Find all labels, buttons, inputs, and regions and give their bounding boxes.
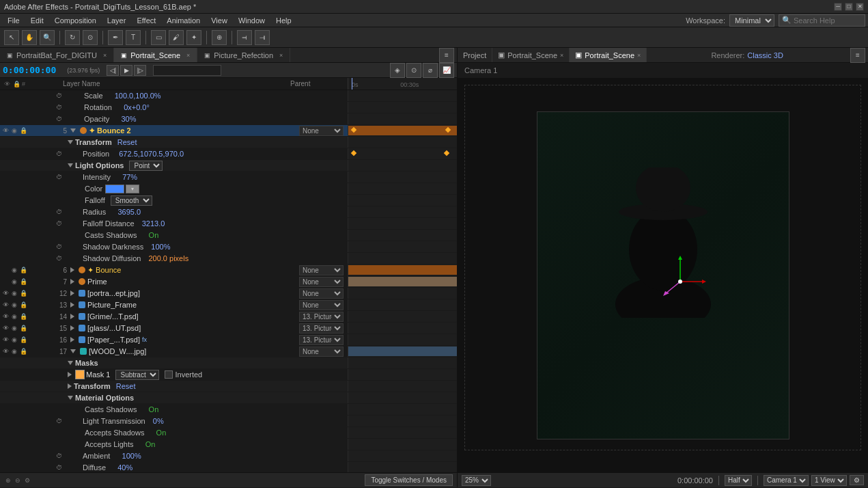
layer14-solo-icon[interactable]: ◉ — [10, 312, 18, 321]
light-type-select[interactable]: Point — [129, 161, 163, 171]
play-button[interactable]: ▶ — [120, 65, 132, 76]
layer16-eye-icon[interactable]: 👁 — [1, 336, 10, 344]
layer17-transform-expand-icon[interactable] — [68, 383, 72, 389]
prop-value-ambient[interactable]: 100% — [110, 452, 141, 460]
transform-expand-icon[interactable] — [68, 140, 73, 144]
layer5-parent-select[interactable]: None — [299, 126, 344, 136]
layer7-expand-icon[interactable] — [70, 279, 74, 284]
lock-icon[interactable] — [19, 92, 27, 100]
comp-tab-close[interactable]: × — [560, 52, 563, 59]
menu-composition[interactable]: Composition — [50, 15, 101, 26]
stopwatch-falloff-dist-icon[interactable]: ⏱ — [56, 220, 62, 227]
clone-tool[interactable]: ✦ — [186, 30, 201, 45]
viewer-settings-button[interactable]: ⚙ — [850, 475, 864, 485]
layer-scroll-area[interactable]: ⏱ Scale 100.0,100.0% ⏱ Rotation 0x+0.0° — [0, 90, 457, 472]
prop-value-falloff-distance[interactable]: 3213.0 — [135, 219, 165, 228]
stopwatch-icon[interactable]: ⏱ — [56, 92, 62, 99]
layer-row-13[interactable]: 👁 ◉ 🔒 13 Picture_Frame None — [0, 299, 457, 311]
layer5-solo-icon[interactable]: ◉ — [10, 126, 18, 135]
layer17-eye-icon[interactable]: 👁 — [1, 347, 10, 355]
layer-row-6[interactable]: ◉ 🔒 6 ✦ Bounce None — [0, 265, 457, 276]
hand-tool[interactable]: ✋ — [22, 30, 37, 45]
layer-row-7[interactable]: ◉ 🔒 7 Prime None — [0, 276, 457, 288]
align-vert[interactable]: ⫣ — [255, 30, 270, 45]
select-tool[interactable]: ↖ — [4, 30, 19, 45]
layer7-lock-icon[interactable]: 🔒 — [19, 277, 27, 286]
comp-tab2-close[interactable]: × — [637, 52, 641, 59]
prop-value-accepts-lights[interactable]: On — [134, 440, 156, 448]
prop-value-position[interactable]: 672.5,1070.5,970.0 — [109, 150, 184, 158]
layer6-eye-icon[interactable] — [1, 266, 10, 274]
layer17-solo-icon[interactable]: ◉ — [10, 347, 18, 355]
solo-icon[interactable] — [10, 92, 18, 100]
bottom-settings-icon[interactable]: ⚙ — [23, 476, 31, 485]
comp-tab-portrait-scene2[interactable]: ▣ Portrait_Scene × — [570, 48, 647, 62]
collapse-icon[interactable] — [28, 92, 36, 100]
layer5-eye-icon[interactable]: 👁 — [1, 126, 10, 135]
light-options-expand-icon[interactable] — [68, 163, 73, 167]
text-tool[interactable]: T — [126, 30, 141, 45]
prop-value-scale[interactable]: 100.0,100.0% — [103, 92, 161, 100]
menu-effect[interactable]: Effect — [132, 15, 160, 26]
tab-portrait-scene[interactable]: ▣ Portrait_Scene × — [114, 48, 197, 62]
layer13-lock-icon[interactable]: 🔒 — [19, 301, 27, 309]
color-swatch-btn[interactable]: ▾ — [126, 185, 139, 193]
layer17-transform-reset-button[interactable]: Reset — [116, 382, 136, 390]
layer15-lock-icon[interactable]: 🔒 — [19, 324, 27, 332]
bottom-minus-icon[interactable]: ⊖ — [14, 476, 22, 485]
align-horiz[interactable]: ⫤ — [237, 30, 252, 45]
tab-portraitbat[interactable]: ▣ PortraitBat_For_DIGITU × — [0, 48, 114, 62]
stopwatch-rotation-icon[interactable]: ⏱ — [56, 104, 62, 111]
prop-value-rotation[interactable]: 0x+0.0° — [112, 103, 150, 111]
quality-select[interactable]: Half — [725, 475, 752, 486]
layer15-expand-icon[interactable] — [70, 325, 74, 331]
minimize-button[interactable]: ─ — [834, 3, 842, 11]
layer17-expand-icon[interactable] — [70, 349, 76, 353]
comp-markers-button[interactable]: ◈ — [390, 63, 405, 78]
layer12-eye-icon[interactable]: 👁 — [1, 289, 10, 297]
rotate-tool[interactable]: ↻ — [65, 30, 80, 45]
camera-view-select[interactable]: Camera 1 — [764, 475, 809, 486]
transform-reset-button[interactable]: Reset — [117, 138, 137, 146]
layer14-lock-icon[interactable]: 🔒 — [19, 312, 27, 321]
tab-close-portrait-scene[interactable]: × — [186, 52, 190, 59]
layer6-parent-select[interactable]: None — [299, 265, 344, 275]
search-input[interactable] — [794, 16, 862, 25]
layer6-expand-icon[interactable] — [70, 267, 74, 273]
prop-value-radius[interactable]: 3695.0 — [106, 208, 141, 216]
prop-value-opacity[interactable]: 30% — [109, 115, 136, 123]
prop-value-mat-casts-shadows[interactable]: On — [137, 405, 158, 414]
layer-row-15[interactable]: 👁 ◉ 🔒 15 [glass/...UT.psd] 13. Picture_F — [0, 323, 457, 334]
layer13-solo-icon[interactable]: ◉ — [10, 301, 18, 309]
puppet-tool[interactable]: ⊕ — [212, 30, 227, 45]
mask1-mode-select[interactable]: Subtract — [115, 370, 159, 380]
layer-row-12[interactable]: 👁 ◉ 🔒 12 [portra...ept.jpg] None — [0, 288, 457, 299]
maximize-button[interactable]: □ — [845, 3, 853, 11]
graph-editor-button[interactable]: 📈 — [439, 63, 454, 78]
layer15-solo-icon[interactable]: ◉ — [10, 324, 18, 332]
camera-orbit[interactable]: ⊙ — [83, 30, 98, 45]
mask1-expand-icon[interactable] — [68, 372, 72, 377]
eye-icon[interactable] — [1, 92, 10, 100]
layer14-parent-select[interactable]: 13. Picture_F — [299, 312, 344, 322]
layer13-eye-icon[interactable]: 👁 — [1, 301, 10, 309]
color-swatch[interactable] — [105, 185, 124, 193]
layer17-parent-select[interactable]: None — [299, 347, 344, 357]
layer6-solo-icon[interactable]: ◉ — [10, 266, 18, 274]
layer16-solo-icon[interactable]: ◉ — [10, 336, 18, 344]
layer15-eye-icon[interactable]: 👁 — [1, 324, 10, 332]
prop-value-shadow-darkness[interactable]: 100% — [143, 243, 170, 251]
falloff-select[interactable]: Smooth — [111, 195, 152, 206]
layer-row-16[interactable]: 👁 ◉ 🔒 16 [Paper_...T.psd] fx 13. Picture… — [0, 334, 457, 346]
comp-tab-portrait-scene[interactable]: ▣ Portrait_Scene × — [492, 48, 570, 62]
prop-value-intensity[interactable]: 77% — [111, 173, 137, 181]
solo-mode-button[interactable]: ⊙ — [406, 63, 421, 78]
layer-row-17[interactable]: 👁 ◉ 🔒 17 [WOOD_W....jpg] None — [0, 346, 457, 357]
timecode-display[interactable]: 0:00:00:00 — [3, 65, 56, 75]
prop-value-diffuse[interactable]: 40% — [106, 463, 132, 472]
menu-help[interactable]: Help — [271, 15, 296, 26]
mask1-inverted-checkbox[interactable] — [165, 370, 173, 379]
stopwatch-intensity-icon[interactable]: ⏱ — [56, 174, 62, 180]
layer7-solo-icon[interactable]: ◉ — [10, 277, 18, 286]
prop-value-light-transmission[interactable]: 0% — [145, 417, 164, 425]
